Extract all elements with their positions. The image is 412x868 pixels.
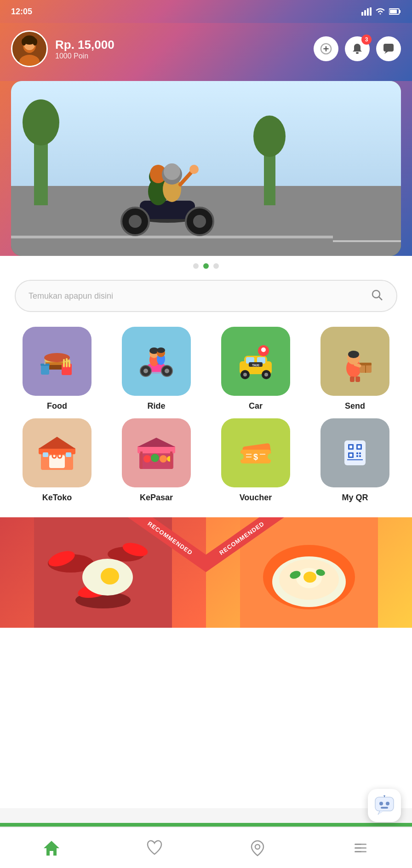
ketoko-label: KeToko [42,493,72,503]
svg-line-85 [355,365,360,366]
service-myqr[interactable]: My QR [309,418,401,503]
svg-line-34 [180,171,193,185]
header-right: 3 [314,36,401,61]
svg-rect-86 [350,376,355,382]
svg-rect-102 [140,451,143,469]
services-section: Food [0,327,412,510]
svg-rect-157 [361,844,366,845]
svg-rect-6 [390,10,397,13]
search-icon [371,289,383,303]
svg-rect-5 [399,10,401,13]
chat-button[interactable] [376,36,401,61]
nav-menu[interactable] [343,835,378,860]
search-placeholder: Temukan apapun disini [29,291,363,301]
svg-marker-104 [137,438,175,447]
service-kepasar[interactable]: KePasar [110,418,202,503]
pagination-dots [0,256,412,280]
right-food-svg [240,517,378,628]
svg-point-153 [255,845,260,849]
add-button[interactable] [314,36,338,61]
search-bar[interactable]: Temukan apapun disini [15,280,397,312]
svg-point-37 [129,215,142,228]
service-ride[interactable]: Ride [110,327,202,411]
green-bar [0,823,412,827]
myqr-icon-wrap [320,418,389,487]
user-info: Rp. 15,000 1000 Poin [55,38,114,60]
nav-home[interactable] [34,835,69,860]
svg-point-59 [165,369,169,373]
food-card-left[interactable]: RECOMMENDED [0,517,206,628]
svg-rect-113 [344,440,366,465]
svg-marker-19 [384,52,388,54]
banner-card [11,81,401,256]
main-content: Temukan apapun disini [0,256,412,808]
svg-point-40 [372,290,380,298]
svg-rect-87 [355,376,360,382]
scene-svg [11,99,333,256]
food-image-left: RECOMMENDED [0,517,206,628]
food-icon [36,341,78,382]
svg-rect-18 [383,44,394,52]
svg-rect-118 [358,446,360,448]
svg-rect-49 [69,360,70,367]
myqr-icon [334,432,376,474]
left-food-svg [34,517,172,628]
svg-rect-1 [364,10,366,16]
svg-rect-97 [137,446,175,453]
svg-rect-47 [63,359,65,367]
svg-rect-123 [359,455,361,457]
svg-rect-2 [367,8,369,16]
ride-label: Ride [147,401,165,411]
svg-rect-158 [361,847,366,849]
send-icon-wrap [320,327,389,396]
myqr-label: My QR [342,493,368,503]
location-icon [249,839,266,856]
kepasar-icon [136,432,177,474]
header-left: Rp. 15,000 1000 Poin [11,30,114,67]
notification-badge: 3 [361,35,372,45]
bottom-banner: RECOMMENDED [0,517,412,628]
svg-point-12 [22,38,26,46]
svg-point-81 [348,351,359,358]
notification-button[interactable]: 3 [345,36,370,61]
service-food[interactable]: Food [11,327,103,411]
bike-scene [11,81,401,256]
chatbot-button[interactable] [368,789,401,822]
service-car[interactable]: TAXI Car [210,327,302,411]
dot-3 [213,263,219,269]
svg-point-21 [23,99,59,145]
svg-rect-90 [49,455,65,468]
svg-rect-120 [356,452,358,454]
bottom-nav [0,827,412,868]
food-label: Food [47,401,67,411]
app-container: 12:05 [0,0,412,808]
svg-marker-95 [39,437,75,449]
svg-point-99 [151,454,159,462]
avatar[interactable] [11,30,48,67]
search-section: Temukan apapun disini [0,280,412,327]
car-label: Car [249,401,263,411]
service-ketoko[interactable]: KeToko [11,418,103,503]
svg-rect-103 [170,451,172,469]
nav-location[interactable] [240,835,275,860]
nav-favorites[interactable] [137,835,172,860]
food-image-right: RECOMMENDED [206,517,412,628]
voucher-icon: $ [235,432,276,474]
svg-point-133 [101,568,119,584]
svg-point-33 [164,163,180,180]
home-icon [43,839,60,856]
header: Rp. 15,000 1000 Poin 3 [0,23,412,81]
svg-line-41 [379,297,382,300]
signal-icon [361,7,372,16]
service-voucher[interactable]: $ Voucher [210,418,302,503]
food-card-right[interactable]: RECOMMENDED [206,517,412,628]
dot-1 [193,263,199,269]
status-bar: 12:05 [0,0,412,23]
chat-icon [383,43,395,55]
service-send[interactable]: Send [309,327,401,411]
voucher-label: Voucher [240,493,272,503]
send-icon [334,341,376,382]
svg-point-98 [143,455,151,463]
svg-point-100 [160,455,167,463]
menu-icon [352,839,369,856]
